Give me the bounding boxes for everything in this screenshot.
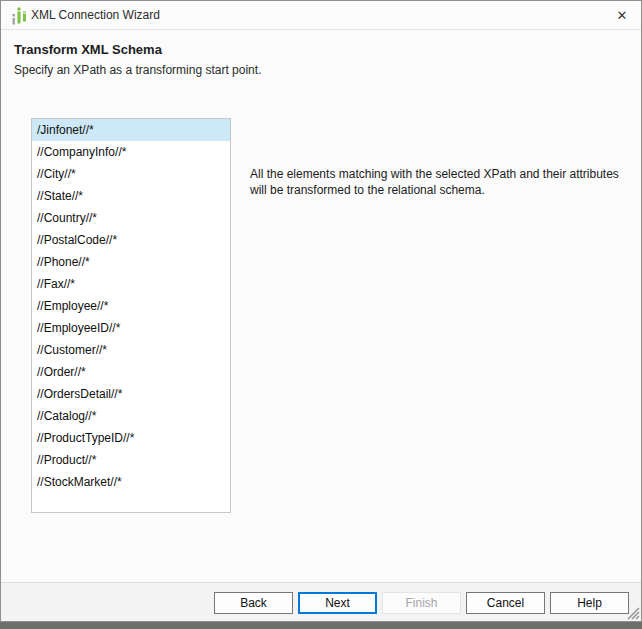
list-item[interactable]: //Catalog//*: [32, 405, 230, 427]
list-item[interactable]: //Employee//*: [32, 295, 230, 317]
button-bar: Back Next Finish Cancel Help: [1, 582, 641, 621]
next-button[interactable]: Next: [298, 592, 377, 614]
window-title: XML Connection Wizard: [31, 1, 160, 30]
page-subtitle: Specify an XPath as a transforming start…: [14, 63, 261, 77]
resize-grip-icon[interactable]: [626, 606, 640, 620]
list-item[interactable]: //CompanyInfo//*: [32, 141, 230, 163]
list-item[interactable]: //Phone//*: [32, 251, 230, 273]
list-item[interactable]: //Product//*: [32, 449, 230, 471]
xpath-description: All the elements matching with the selec…: [250, 166, 635, 198]
button-row: Back Next Finish Cancel Help: [214, 592, 629, 614]
page-title: Transform XML Schema: [14, 42, 162, 57]
list-item[interactable]: //StockMarket//*: [32, 471, 230, 493]
list-item[interactable]: //City//*: [32, 163, 230, 185]
list-item[interactable]: //State//*: [32, 185, 230, 207]
title-bar: XML Connection Wizard ✕: [1, 1, 641, 30]
list-item[interactable]: //PostalCode//*: [32, 229, 230, 251]
list-item[interactable]: //Customer//*: [32, 339, 230, 361]
list-item[interactable]: //Fax//*: [32, 273, 230, 295]
back-button[interactable]: Back: [214, 592, 293, 614]
description-line: will be transformed to the relational sc…: [250, 182, 635, 198]
list-item[interactable]: //Country//*: [32, 207, 230, 229]
list-item[interactable]: //EmployeeID//*: [32, 317, 230, 339]
app-logo-icon: [10, 7, 28, 25]
cancel-button[interactable]: Cancel: [466, 592, 545, 614]
list-item[interactable]: //OrdersDetail//*: [32, 383, 230, 405]
list-item[interactable]: /Jinfonet//*: [32, 119, 230, 141]
list-item[interactable]: //ProductTypeID//*: [32, 427, 230, 449]
finish-button[interactable]: Finish: [382, 592, 461, 614]
list-item[interactable]: //Order//*: [32, 361, 230, 383]
description-line: All the elements matching with the selec…: [250, 166, 635, 182]
help-button[interactable]: Help: [550, 592, 629, 614]
xpath-list[interactable]: /Jinfonet//*//CompanyInfo//*//City//*//S…: [31, 118, 231, 513]
wizard-dialog: XML Connection Wizard ✕ Transform XML Sc…: [0, 0, 642, 622]
close-icon[interactable]: ✕: [609, 4, 635, 27]
